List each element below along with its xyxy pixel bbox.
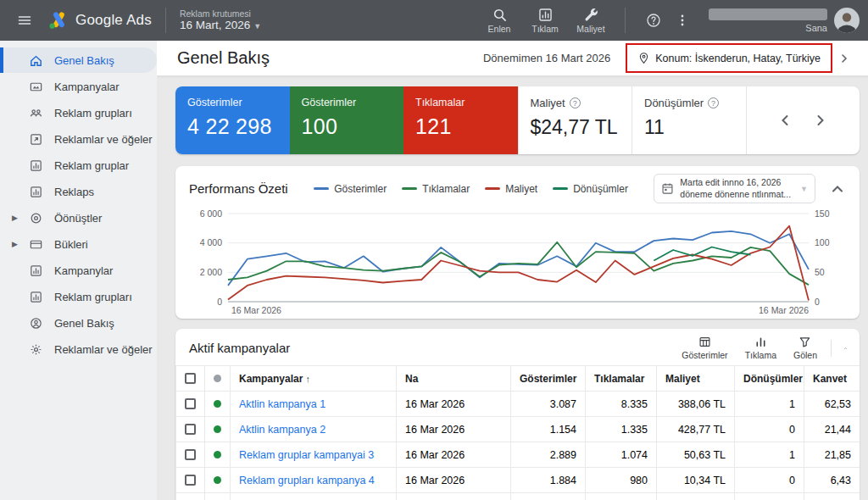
- topbar-action-enlen[interactable]: Enlen: [479, 7, 520, 34]
- more-options-icon[interactable]: [668, 6, 697, 35]
- select-all-checkbox[interactable]: [185, 373, 196, 384]
- sidebar-item-label: Reklaps: [54, 186, 94, 198]
- account-info[interactable]: Sana: [709, 8, 860, 33]
- chart-box-icon: [29, 185, 43, 199]
- chart-box-icon: [29, 290, 43, 304]
- column-header-kampanyalar[interactable]: Kampanyalar↑: [231, 366, 397, 392]
- help-circle-icon[interactable]: ?: [570, 97, 581, 108]
- sidebar-item-8[interactable]: ▶Bükleri: [0, 231, 157, 257]
- expand-arrow-icon[interactable]: ▶: [12, 240, 18, 248]
- table-grid-icon: [698, 336, 711, 348]
- header-checkbox-cell: [176, 366, 205, 392]
- sidebar-item-label: Reklamlar ve öğeler: [54, 133, 153, 146]
- header-status-cell: [205, 366, 231, 392]
- sidebar-item-6[interactable]: Reklaps: [0, 179, 157, 204]
- collapse-table-icon[interactable]: [831, 340, 848, 357]
- location-chip[interactable]: Konum: İskenderun, Hatay, Türkiye: [629, 47, 829, 69]
- campaign-link[interactable]: Reklam grupları kampanya 4: [239, 475, 375, 486]
- sidebar-item-2[interactable]: Kampanyalar: [0, 74, 157, 99]
- row-checkbox-cell: [176, 493, 205, 500]
- scorecard-value: 4 22 298: [187, 114, 278, 139]
- hamburger-menu-icon[interactable]: [10, 6, 39, 35]
- sidebar-item-9[interactable]: Kampanylar: [0, 258, 157, 283]
- topbar-action-maliyet[interactable]: Maliyet: [570, 7, 611, 34]
- campaign-link[interactable]: Reklam gruplar kampanyai 3: [239, 449, 374, 461]
- sidebar-item-12[interactable]: Reklamlar ve öğeler: [0, 336, 157, 362]
- data-cell: [586, 493, 657, 500]
- table-row-partial: [176, 493, 860, 500]
- google-ads-logo[interactable]: Google Ads: [47, 10, 152, 31]
- status-dot-icon: [214, 400, 221, 408]
- calendar-icon: [661, 182, 674, 195]
- sidebar-item-3[interactable]: Reklam grupları: [0, 100, 157, 125]
- caret-down-icon: ▼: [800, 185, 808, 193]
- data-cell: 0: [735, 468, 804, 493]
- row-status-cell: [205, 392, 231, 417]
- table-tool-gölen[interactable]: Gölen: [793, 336, 817, 360]
- topbar-left: Google Ads Reklam krutumesi 16 Mart, 202…: [0, 6, 261, 35]
- topbar-divider: [165, 8, 166, 33]
- column-header-gösterimler[interactable]: Gösterimler: [511, 366, 586, 392]
- data-cell: 16 Mar 2026: [397, 392, 511, 417]
- data-cell: [657, 493, 735, 500]
- status-dot-icon: [214, 476, 221, 484]
- svg-text:2 000: 2 000: [200, 267, 222, 277]
- date-range-selector[interactable]: Marta edit innno 16, 2026 döneme dönenne…: [654, 174, 815, 203]
- sort-arrow-icon: ↑: [305, 374, 310, 384]
- column-header-tıklamalar[interactable]: Tıklamalar: [586, 366, 657, 392]
- expand-arrow-icon[interactable]: ▶: [12, 214, 18, 222]
- svg-text:50: 50: [815, 267, 825, 277]
- table-tool-label: Gösterimler: [682, 350, 727, 360]
- sidebar-item-1[interactable]: Genel Bakış: [0, 47, 157, 73]
- table-title: Aktif kampanyalar: [189, 341, 290, 355]
- sidebar-item-5[interactable]: Reklam gruplar: [0, 153, 157, 178]
- row-checkbox[interactable]: [185, 424, 196, 435]
- legend-item-dönüşümler: Dönüşümler: [553, 183, 628, 195]
- column-header-na[interactable]: Na: [397, 366, 511, 392]
- data-cell: 0: [735, 417, 804, 442]
- column-header-dönüşümler[interactable]: Dönüşümler: [735, 366, 804, 392]
- collapse-chart-icon[interactable]: [829, 181, 846, 197]
- scorecard-1: Gösterimler4 22 298: [175, 86, 290, 154]
- scorecard-4: Maliyet?$24,77 TL: [518, 86, 632, 154]
- topbar-action-label: Tıklam: [531, 24, 559, 34]
- sidebar-item-11[interactable]: Genel Bakış: [0, 310, 157, 336]
- sidebar-item-label: Kampanyalar: [54, 81, 120, 93]
- table-row-4: Reklam grupları kampanya 416 Mar 20261.8…: [176, 468, 860, 493]
- chevron-right-icon[interactable]: [837, 52, 851, 65]
- data-cell: 6,43: [804, 468, 860, 493]
- help-circle-icon[interactable]: ?: [708, 97, 719, 108]
- svg-text:0: 0: [217, 297, 222, 307]
- row-checkbox[interactable]: [185, 449, 196, 460]
- topbar-action-tıklam[interactable]: Tıklam: [525, 7, 565, 34]
- table-tool-gösterimler[interactable]: Gösterimler: [682, 336, 727, 360]
- pager-next-icon[interactable]: [812, 112, 829, 129]
- data-cell: 980: [586, 468, 657, 493]
- column-header-kanvet[interactable]: Kanvet: [804, 366, 860, 392]
- sidebar-list: Genel BakışKampanyalarReklam gruplarıRek…: [0, 41, 157, 362]
- active-campaigns-card: Aktif kampanyalar GösterimlerTıklamaGöle…: [175, 329, 860, 500]
- pager-prev-icon[interactable]: [776, 112, 793, 129]
- avatar[interactable]: [834, 8, 860, 33]
- help-icon[interactable]: [639, 6, 668, 35]
- column-header-maliyet[interactable]: Maliyet: [657, 366, 735, 392]
- ads-icon: [29, 132, 43, 147]
- table-row-2: Aktlin kampanya 216 Mar 20261.1541.33542…: [176, 417, 860, 442]
- row-status-cell: [205, 417, 231, 442]
- row-checkbox[interactable]: [185, 475, 196, 486]
- legend-item-gösterimler: Gösterimler: [314, 183, 387, 195]
- campaign-link[interactable]: Aktlin kampanya 1: [239, 398, 326, 410]
- performance-line-chart: 02 0004 0006 00005010015016 Mar 202616 M…: [189, 207, 846, 317]
- account-context-selector[interactable]: Reklam krutumesi 16 Mart, 2026▼: [180, 8, 261, 33]
- table-tool-tıklama[interactable]: Tıklama: [745, 336, 776, 360]
- row-checkbox[interactable]: [185, 398, 196, 409]
- campaign-link[interactable]: Aktlin kampanya 2: [239, 424, 326, 436]
- gear-icon: [29, 342, 43, 357]
- sidebar-item-10[interactable]: Reklam grupları: [0, 284, 157, 309]
- sidebar-item-7[interactable]: ▶Öönüştler: [0, 205, 157, 231]
- caret-down-icon: ▼: [253, 22, 261, 31]
- sidebar-item-4[interactable]: Reklamlar ve öğeler: [0, 126, 157, 152]
- campaign-icon: [29, 80, 43, 94]
- data-cell: 1: [735, 392, 804, 417]
- scorecard-value: 11: [644, 116, 734, 139]
